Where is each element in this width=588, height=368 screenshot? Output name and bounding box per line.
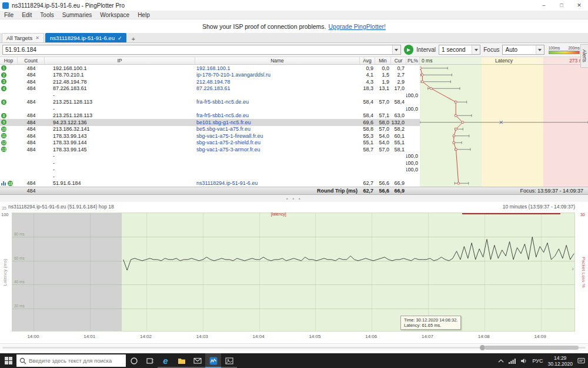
hop-row-13[interactable]: 13484178.33.99.145sbg-vac1-a75-3-armor.f… — [0, 146, 420, 153]
table-header: HopCountIPNameAvgMinCurPL% 0 ms Latency … — [0, 57, 588, 65]
tab-active-target[interactable]: ns31118294.ip-51-91-6.eu ✓ — [45, 33, 127, 42]
scrollbar-thumb[interactable] — [485, 346, 579, 350]
hop-row-8[interactable]: 8484213.251.128.113fra-fr5-sbb1-nc5.de.e… — [0, 112, 420, 120]
timeline-panel: ns31118294.ip-51-91-6.eu (51.91.6.184) h… — [0, 202, 588, 343]
column-header-min[interactable]: Min — [375, 57, 391, 64]
packet-loss-axis-label: Packet Loss % — [581, 255, 586, 290]
trace-toolbar: Interval 1 second Focus Auto 100ms 200ms — [0, 43, 588, 57]
minimize-icon[interactable]: – — [535, 0, 553, 11]
time-axis-label: 14:01 — [83, 334, 95, 339]
menu-item-file[interactable]: File — [0, 12, 18, 18]
timeline-title: ns31118294.ip-51-91-6.eu (51.91.6.184) h… — [8, 204, 114, 210]
taskbar-search[interactable] — [16, 354, 126, 367]
menu-item-tools[interactable]: Tools — [36, 12, 58, 18]
pingplotter-taskbar-icon[interactable] — [205, 353, 221, 368]
language-indicator[interactable]: РУС — [532, 358, 543, 364]
menu-item-workspace[interactable]: Workspace — [96, 12, 133, 18]
tab-close-icon[interactable]: ✕ — [35, 35, 39, 41]
menu-item-summaries[interactable]: Summaries — [58, 12, 96, 18]
tooltip-time: Time: 30.12.2020 14:06:32. — [404, 317, 457, 323]
focus-dropdown-icon — [536, 45, 544, 54]
upgrade-link[interactable]: Upgrade PingPlotter! — [329, 23, 386, 30]
tab-check-icon: ✓ — [118, 35, 122, 41]
network-icon[interactable] — [509, 358, 516, 364]
interval-label: Interval — [416, 47, 436, 53]
hop-row-6[interactable]: 6484213.251.128.113fra-fr5-sbb1-nc5.de.e… — [0, 99, 420, 106]
mail-icon[interactable] — [189, 353, 205, 368]
task-view-icon[interactable] — [142, 353, 158, 368]
hop-row-2[interactable]: 2484178.70.210.1ip-178-70-210-1.avangard… — [0, 72, 420, 79]
hop-row-9[interactable]: 948494.23.122.136be101.sbg-g1-nc5.fr.eu6… — [0, 119, 420, 126]
timeline-graph-icon — [1, 181, 6, 185]
window-title: ns31118294.ip-51-91-6.eu - PingPlotter P… — [12, 2, 125, 9]
hop-row-18[interactable]: 1848451.91.6.184ns31118294.ip-51-91-6.eu… — [0, 180, 420, 187]
taskbar-clock[interactable]: 14:29 30.12.2020 — [547, 355, 573, 367]
hop-row-missing[interactable]: -100,0 — [0, 92, 420, 99]
interval-dropdown[interactable]: 1 second — [439, 45, 480, 55]
hop-row-missing[interactable]: -100,0 — [0, 153, 420, 160]
packet-loss-max-label: 30 — [580, 212, 585, 217]
legend-100ms-label: 100ms — [549, 46, 560, 50]
maximize-icon[interactable]: □ — [553, 0, 570, 11]
hop-row-missing[interactable]: -100,0 — [0, 105, 420, 112]
menu-item-edit[interactable]: Edit — [18, 12, 36, 18]
scroll-right-hint-icon[interactable]: › — [572, 265, 574, 272]
focus-dropdown[interactable]: Auto — [502, 45, 544, 55]
time-axis-label: 14:03 — [196, 334, 208, 339]
interval-value: 1 second — [442, 47, 466, 53]
target-combo[interactable] — [2, 45, 401, 55]
tab-all-targets[interactable]: All Targets ✕ — [2, 33, 44, 42]
hop-row-missing[interactable]: -100,0 — [0, 160, 420, 167]
focus-value: Auto — [505, 47, 517, 53]
column-header-pl[interactable]: PL% — [406, 57, 420, 64]
column-header-ip[interactable]: IP — [45, 57, 195, 64]
latency-axis-label: Latency (ms) — [2, 255, 8, 290]
search-input[interactable] — [29, 357, 117, 364]
round-trip-row[interactable]: 484 Round Trip (ms) 62,7 56,6 66,9 Focus… — [0, 187, 588, 195]
alerts-side-tab[interactable]: Alerts — [580, 44, 588, 68]
combo-dropdown-icon[interactable] — [392, 45, 400, 54]
menu-item-help[interactable]: Help — [133, 12, 154, 18]
cortana-icon[interactable] — [126, 353, 142, 368]
timeline-plot[interactable]: [latency] › Time: 30.12.2020 14:06:32. L… — [12, 213, 575, 331]
column-header-count[interactable]: Count — [18, 57, 45, 64]
hop-number-badge: 12 — [1, 140, 6, 145]
hop-latency-graph — [420, 65, 588, 187]
tab-bar: All Targets ✕ ns31118294.ip-51-91-6.eu ✓… — [0, 33, 588, 43]
hop-row-11[interactable]: 11484178.33.99.143sbg-vac1-a75-1-firewal… — [0, 132, 420, 140]
time-axis-label: 14:07 — [422, 334, 433, 339]
file-explorer-icon[interactable] — [173, 353, 189, 368]
hop-row-10[interactable]: 10484213.186.32.141be5.sbg-vac1-a75.fr.e… — [0, 126, 420, 133]
photos-icon[interactable] — [221, 353, 237, 368]
tab-all-targets-label: All Targets — [6, 35, 32, 41]
target-input[interactable] — [3, 45, 392, 54]
round-trip-count: 484 — [18, 187, 45, 194]
edge-icon[interactable]: e — [158, 353, 173, 368]
notification-center-icon[interactable] — [577, 357, 585, 364]
hop-row-12[interactable]: 12484178.33.99.144sbg-vac1-a75-2-shield.… — [0, 140, 420, 147]
notice-text: Show your ISP proof of connection proble… — [202, 23, 326, 30]
column-header-cur[interactable]: Cur — [391, 57, 406, 64]
tray-expand-icon[interactable] — [498, 359, 504, 363]
panel-splitter[interactable]: ● ● ● — [0, 195, 588, 202]
column-header-name[interactable]: Name — [195, 57, 360, 64]
close-icon[interactable]: ✕ — [570, 0, 588, 11]
start-button[interactable] — [0, 353, 16, 368]
timeline-scrollbar[interactable] — [0, 343, 588, 351]
hop-number-badge: 1 — [1, 65, 6, 71]
time-axis-label: 14:04 — [253, 334, 265, 339]
hop-row-3[interactable]: 3484212.48.194.78212.48.194.784,31,92,9 — [0, 78, 420, 85]
start-trace-button[interactable] — [404, 45, 414, 55]
column-header-hop[interactable]: Hop — [0, 57, 18, 64]
new-tab-button[interactable]: + — [128, 35, 138, 42]
hop-row-missing[interactable]: - — [0, 173, 420, 180]
hop-row-1[interactable]: 1484192.168.100.1192.168.100.10,90,00,7 — [0, 65, 420, 72]
y-corner-label: 35 — [2, 206, 6, 210]
tab-active-target-label: ns31118294.ip-51-91-6.eu — [50, 35, 115, 41]
hop-row-missing[interactable]: -100,0 — [0, 167, 420, 174]
volume-icon[interactable] — [520, 358, 527, 364]
hop-row-4[interactable]: 448487.226.183.6187.226.183.6118,313,117… — [0, 85, 420, 92]
tooltip-latency: Latency: 61.65 ms. — [404, 323, 457, 328]
column-header-avg[interactable]: Avg — [360, 57, 375, 64]
title-bar[interactable]: ns31118294.ip-51-91-6.eu - PingPlotter P… — [0, 0, 588, 11]
